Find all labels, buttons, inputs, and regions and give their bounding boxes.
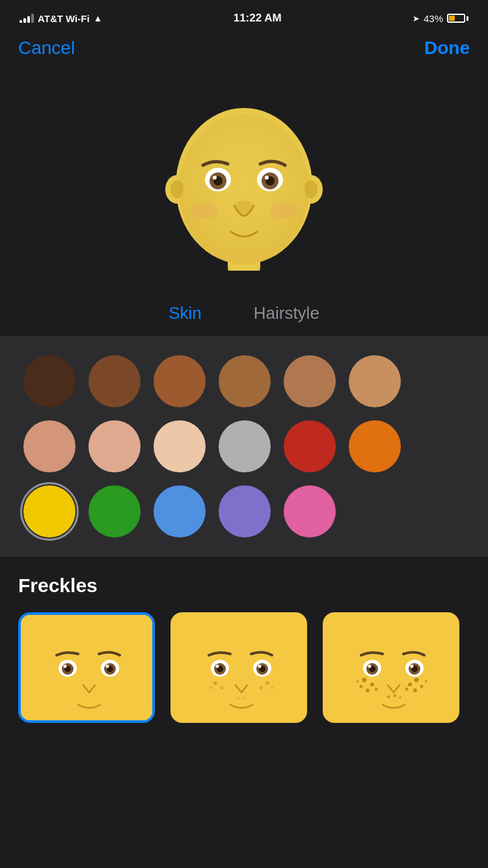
- color-swatch[interactable]: [23, 355, 75, 407]
- svg-point-44: [237, 697, 239, 699]
- svg-point-64: [420, 685, 424, 688]
- svg-point-55: [411, 665, 414, 668]
- svg-point-6: [179, 115, 309, 264]
- color-swatch[interactable]: [88, 355, 141, 407]
- color-swatch[interactable]: [154, 355, 206, 407]
- color-swatch-selected[interactable]: [23, 485, 75, 537]
- tab-bar: Skin Hairstyle: [0, 297, 488, 336]
- svg-point-62: [414, 678, 419, 683]
- svg-point-39: [221, 686, 224, 690]
- svg-point-58: [360, 685, 363, 688]
- svg-point-16: [191, 203, 219, 219]
- status-right: ➤ 43%: [413, 13, 468, 24]
- svg-point-67: [425, 680, 427, 683]
- svg-point-69: [394, 694, 397, 698]
- freckles-options-row: [18, 612, 470, 723]
- color-swatch[interactable]: [154, 420, 206, 472]
- avatar-area: [0, 69, 488, 297]
- svg-point-66: [405, 688, 409, 691]
- color-swatch[interactable]: [88, 420, 141, 472]
- svg-point-37: [258, 665, 262, 668]
- color-grid-section: [0, 337, 488, 556]
- memoji-preview: [163, 95, 325, 271]
- svg-point-40: [210, 686, 212, 689]
- svg-point-23: [64, 665, 67, 668]
- svg-point-70: [399, 696, 401, 699]
- svg-point-43: [271, 686, 273, 689]
- signal-bars-icon: [20, 14, 34, 23]
- svg-point-61: [357, 680, 359, 683]
- color-row-3: [23, 485, 465, 537]
- svg-point-60: [375, 688, 378, 691]
- color-swatch[interactable]: [219, 420, 271, 472]
- svg-point-63: [408, 683, 412, 686]
- color-swatch[interactable]: [88, 485, 141, 537]
- color-swatch[interactable]: [349, 355, 401, 407]
- svg-point-17: [269, 203, 297, 219]
- tab-skin[interactable]: Skin: [169, 303, 202, 323]
- svg-point-13: [213, 176, 217, 180]
- carrier-label: AT&T Wi-Fi: [38, 13, 90, 24]
- status-left: AT&T Wi-Fi ▲: [20, 13, 102, 24]
- svg-point-57: [370, 683, 374, 686]
- status-bar: AT&T Wi-Fi ▲ 11:22 AM ➤ 43%: [0, 0, 488, 33]
- done-button[interactable]: Done: [424, 38, 470, 59]
- wifi-icon: ▲: [94, 13, 103, 23]
- color-swatch[interactable]: [23, 420, 75, 472]
- color-swatch[interactable]: [154, 485, 206, 537]
- color-swatch[interactable]: [219, 485, 271, 537]
- freckles-title: Freckles: [18, 575, 470, 597]
- cancel-button[interactable]: Cancel: [18, 38, 75, 59]
- battery-icon: [447, 14, 468, 23]
- svg-point-59: [366, 688, 370, 692]
- freckle-option-heavy[interactable]: [323, 612, 459, 723]
- svg-point-42: [260, 686, 263, 690]
- svg-point-38: [213, 681, 217, 685]
- svg-point-45: [243, 697, 246, 699]
- svg-point-41: [265, 681, 269, 685]
- freckles-section: Freckles: [0, 556, 488, 723]
- svg-point-33: [216, 665, 219, 668]
- svg-point-56: [362, 678, 367, 683]
- color-swatch[interactable]: [284, 420, 336, 472]
- color-swatch[interactable]: [219, 355, 271, 407]
- svg-point-51: [368, 665, 372, 668]
- battery-percent: 43%: [424, 13, 443, 24]
- svg-point-65: [413, 688, 417, 692]
- svg-point-14: [265, 176, 269, 180]
- color-swatch[interactable]: [284, 355, 336, 407]
- svg-point-27: [106, 665, 109, 668]
- svg-point-68: [387, 696, 390, 699]
- freckle-option-none[interactable]: [18, 612, 155, 723]
- color-row-2: [23, 420, 465, 472]
- tab-hairstyle[interactable]: Hairstyle: [254, 303, 319, 323]
- color-swatch[interactable]: [349, 420, 401, 472]
- color-swatch[interactable]: [284, 485, 336, 537]
- location-icon: ➤: [413, 14, 420, 23]
- color-row-1: [23, 355, 465, 407]
- status-time: 11:22 AM: [234, 12, 282, 25]
- nav-bar: Cancel Done: [0, 33, 488, 69]
- freckle-option-light[interactable]: [170, 612, 307, 723]
